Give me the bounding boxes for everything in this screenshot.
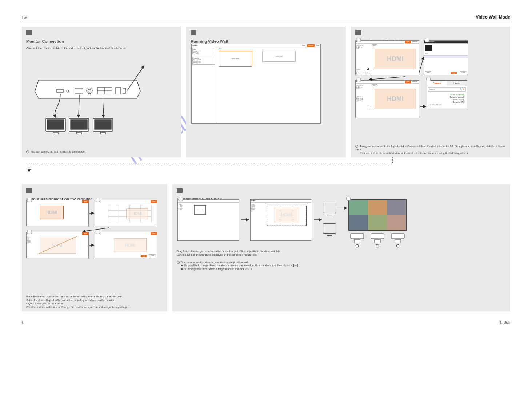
svg-rect-19: [71, 120, 87, 129]
svg-rect-10: [116, 88, 121, 94]
btn-cancel[interactable]: Cancel: [460, 71, 467, 74]
btn-event[interactable]: Event: [365, 72, 372, 74]
mock-tabs: Layout Video wall Setup: [301, 44, 320, 46]
wall-label: Wall 1: [219, 48, 221, 49]
badge-4b: [96, 198, 100, 202]
step-num-3: [355, 30, 361, 35]
sort-hotspot: [369, 106, 371, 108]
t[interactable]: Layout: [82, 200, 88, 203]
row-val[interactable]: 1: [196, 52, 199, 54]
note-icon: [177, 261, 180, 264]
svg-point-30: [396, 244, 399, 247]
s5b-hdmi: HDMI: [274, 208, 299, 222]
s5-note1: You can use another decoder monitor in a…: [181, 261, 249, 263]
footer: 6 English: [22, 321, 510, 324]
s5a-tile[interactable]: Monitor layout: [194, 205, 206, 215]
badge-3: [356, 78, 361, 82]
s4d-hdmi[interactable]: HDMI: [114, 238, 147, 252]
merge-icon: ▭: [293, 264, 298, 267]
layout-icons: ▭ ▭ ▭ ▭⊞ ⊞ ⊞ ▭▭▭: [356, 45, 363, 49]
tab-videowall[interactable]: Video wall: [307, 44, 315, 46]
sort-opt-3[interactable]: Sorted by IP (↑): [428, 98, 465, 101]
sort-opt-4[interactable]: Sorted by IP (↓): [428, 101, 465, 104]
svg-rect-23: [354, 239, 360, 243]
svg-rect-20: [95, 120, 111, 129]
tab-layout[interactable]: Layout: [301, 44, 307, 46]
decoder-illustration: [31, 55, 148, 142]
step-num-5: [177, 188, 183, 193]
t[interactable]: Layout: [151, 200, 157, 203]
s5-b: WISENET Output▸ HDMI▸ VGA▸ CVBS▸ item▸ i…: [250, 199, 312, 241]
device-items: ▸ 192.168.xxx▸ 192.168.xxx▸ 192.168.xxx▸…: [356, 97, 369, 102]
footer-lang: English: [499, 321, 510, 324]
btn-apply[interactable]: Apply: [451, 72, 457, 74]
sort-icon[interactable]: ⇅: [463, 88, 465, 91]
mock-header: WISENET Layout Video wall Setup: [192, 44, 320, 47]
step-1-title: Monitor Connection: [26, 39, 177, 44]
note-icon: [26, 150, 29, 153]
step3-mock-b: WISENET LayoutVideo wall Wall 1 HDMI ▭ ▭…: [355, 80, 419, 118]
hdmi-tile[interactable]: Monitor (HDMI): [219, 51, 252, 67]
wall-sidebar: Wall Column 1 Row 1 Output list Monitor …: [192, 47, 216, 123]
t[interactable]: Layout: [82, 232, 88, 235]
s4-c: WISENETLayout HDMI ▸ item▸ item▸ item▸ i…: [26, 232, 89, 258]
btn-cancel4[interactable]: Cancel: [149, 254, 156, 257]
unmerge-icon: ✕: [250, 268, 252, 270]
btn-apply4[interactable]: Apply: [141, 255, 147, 257]
step-2: Running Video Wall Click < Video wall > …: [186, 27, 345, 157]
step2-mock: WISENET Layout Video wall Setup Wall Col…: [191, 44, 321, 124]
sort-opt-1[interactable]: Sorted by name (↑): [428, 93, 465, 96]
badge-4d: [96, 230, 100, 234]
tab-setup[interactable]: Setup: [315, 44, 320, 46]
svg-point-6: [88, 89, 91, 92]
hdmi-tile-label: Monitor (HDMI): [232, 58, 239, 60]
reg-row[interactable]: [424, 55, 468, 58]
note-icon: [355, 145, 358, 148]
s5-body-b: Layout saved on the monitor is displayed…: [177, 253, 506, 257]
flow-connector: [22, 157, 510, 172]
reg-col-name: Name: [425, 53, 428, 54]
tab2[interactable]: Layout: [405, 81, 411, 83]
preview-thumb: [425, 45, 432, 51]
sidebar-camera[interactable]: Camera: [356, 69, 360, 70]
svg-rect-15: [76, 132, 81, 134]
layout-tab[interactable]: Layout: [447, 81, 467, 86]
badge-4a: [27, 198, 32, 202]
step3-note2: Click < > next to the search window on t…: [360, 152, 469, 154]
badge-1: [356, 38, 361, 42]
search-input[interactable]: [428, 88, 460, 90]
sort-opt-2[interactable]: Sorted by name (↓): [428, 96, 465, 98]
step5-text: Drag & drop the merged monitor on the de…: [177, 250, 506, 271]
header-rule: [22, 21, 510, 21]
s4a-hdmi[interactable]: HDMI: [40, 206, 64, 219]
vga-tile[interactable]: Monitor (VGA): [262, 51, 296, 62]
step3-notes: To register a channel to the layout, cli…: [355, 145, 506, 155]
svg-rect-29: [395, 239, 401, 243]
t[interactable]: Layout: [151, 232, 157, 235]
tab-vw[interactable]: Video wall: [411, 41, 419, 43]
wall-chip2[interactable]: Wall 1: [372, 84, 377, 86]
s4-b: WISENETLayout HDMI: [95, 200, 157, 226]
s5-note2: It is possible to merge placed monitors …: [183, 264, 293, 267]
hdmi-canvas2[interactable]: HDMI: [375, 89, 416, 109]
svg-rect-4: [75, 88, 83, 93]
s4-a-txt: Place the loaded monitors on the monitor…: [26, 295, 123, 298]
s4c-list: ▸ item▸ item▸ item▸ item▸ item: [27, 238, 31, 243]
tab[interactable]: Layout: [405, 41, 411, 43]
step-1-body: Connect the monitor cable to the video o…: [26, 46, 177, 50]
l2: WISENET: [251, 200, 256, 202]
wall-chip[interactable]: Wall 1: [372, 44, 377, 46]
search-icon[interactable]: 🔍: [460, 88, 462, 91]
step4-notes: Place the loaded monitors on the monitor…: [26, 295, 163, 309]
hdmi-canvas[interactable]: HDMI: [375, 49, 416, 69]
tab2vw[interactable]: Video wall: [411, 81, 419, 83]
vga-tile-label: Monitor (VGA): [276, 56, 283, 57]
s4b-hdmi[interactable]: HDMI: [126, 208, 148, 219]
btn-delete[interactable]: Delete: [425, 71, 432, 74]
step-4: Layout Assignment on the Monitor WISENET…: [22, 184, 167, 311]
page-title: Video Wall Mode: [476, 15, 510, 20]
svg-rect-22: [351, 234, 364, 239]
camera-tab[interactable]: Camera: [427, 81, 447, 86]
output-cvbs[interactable]: Monitor (CVBS): [193, 62, 214, 64]
btn-layout[interactable]: Layout: [356, 72, 363, 74]
